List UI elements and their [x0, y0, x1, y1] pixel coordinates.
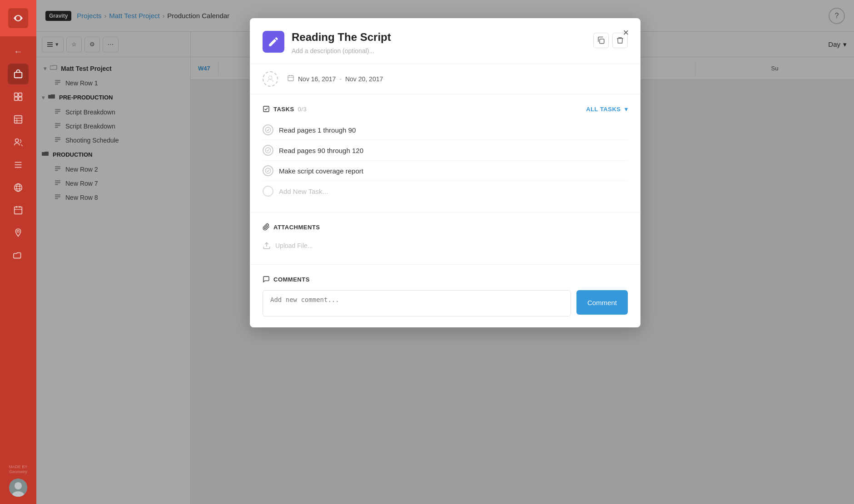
tasks-filter-label: All Tasks [586, 106, 621, 113]
task-check-3[interactable] [263, 165, 273, 176]
comments-section: COMMENTS Comment [250, 265, 640, 327]
task-item-1: Read pages 1 through 90 [263, 120, 628, 140]
attachments-section: ATTACHMENTS Upload File... [250, 212, 640, 265]
date-separator: - [339, 75, 342, 83]
comments-section-title: COMMENTS [263, 276, 628, 283]
task-check-2[interactable] [263, 145, 273, 156]
add-task-placeholder[interactable]: Add New Task... [279, 188, 328, 195]
svg-rect-49 [600, 39, 604, 44]
svg-point-1 [16, 16, 20, 20]
upload-file-button[interactable]: Upload File... [263, 238, 628, 253]
svg-point-16 [16, 184, 20, 192]
tasks-section-title: TASKS 0/3 All Tasks ▾ [263, 105, 628, 113]
svg-rect-5 [15, 97, 18, 100]
svg-rect-4 [19, 93, 22, 96]
modal-description[interactable]: Add a description (optional)... [292, 47, 586, 54]
svg-point-50 [268, 76, 272, 79]
svg-point-57 [265, 148, 271, 153]
assignee-avatar[interactable] [263, 71, 278, 87]
tasks-label: TASKS [273, 106, 294, 113]
svg-point-21 [17, 230, 20, 232]
comment-input[interactable] [263, 290, 571, 316]
users-icon[interactable] [8, 132, 29, 153]
back-icon[interactable]: ← [8, 41, 29, 62]
task-check-1[interactable] [263, 124, 273, 135]
svg-rect-17 [15, 207, 22, 214]
svg-point-58 [265, 168, 271, 173]
task-text-3: Make script coverage report [279, 167, 363, 175]
avatar[interactable] [9, 479, 27, 497]
folder-sidebar-icon[interactable] [8, 245, 29, 266]
sidebar: ← [0, 0, 36, 504]
sidebar-nav: ← [0, 36, 36, 464]
modal-title-area: Reading The Script Add a description (op… [292, 31, 586, 54]
tasks-count: 0/3 [298, 106, 307, 113]
sidebar-bottom: MADE BY Geometry [0, 464, 36, 504]
upload-label: Upload File... [275, 242, 313, 249]
attachments-section-title: ATTACHMENTS [263, 223, 628, 231]
modal-meta: Nov 16, 2017 - Nov 20, 2017 [250, 64, 640, 94]
made-by-label: MADE BY Geometry [0, 464, 36, 475]
meta-dates: Nov 16, 2017 - Nov 20, 2017 [287, 74, 383, 84]
svg-rect-51 [288, 76, 293, 81]
svg-point-23 [15, 482, 22, 489]
task-item-3: Make script coverage report [263, 161, 628, 181]
modal-title: Reading The Script [292, 31, 586, 44]
svg-rect-2 [15, 72, 22, 78]
briefcase-icon[interactable] [8, 64, 29, 84]
modal-overlay: × Reading The Script Add a description (… [36, 0, 854, 504]
attachments-label: ATTACHMENTS [273, 224, 320, 231]
calendar-date-icon [287, 74, 294, 84]
svg-rect-55 [263, 106, 269, 112]
list-icon[interactable] [8, 154, 29, 175]
date-start: Nov 16, 2017 [298, 75, 336, 83]
svg-rect-3 [15, 93, 18, 96]
task-text-1: Read pages 1 through 90 [279, 126, 356, 134]
tasks-section: TASKS 0/3 All Tasks ▾ Read pages 1 throu… [250, 94, 640, 212]
modal-header: Reading The Script Add a description (op… [250, 18, 640, 64]
svg-point-15 [15, 184, 22, 192]
tasks-filter-chevron: ▾ [625, 106, 628, 113]
add-task-check [263, 186, 273, 197]
modal: × Reading The Script Add a description (… [250, 18, 640, 327]
date-end: Nov 20, 2017 [345, 75, 383, 83]
svg-rect-6 [19, 97, 22, 100]
task-text-2: Read pages 90 through 120 [279, 147, 363, 154]
svg-point-11 [15, 139, 19, 142]
circle-icon[interactable] [8, 177, 29, 198]
svg-rect-7 [15, 116, 22, 124]
modal-close-button[interactable]: × [619, 25, 633, 40]
comments-input-area: Comment [263, 290, 628, 316]
layout-icon[interactable] [8, 86, 29, 107]
table-icon[interactable] [8, 109, 29, 130]
copy-button[interactable] [593, 33, 609, 48]
svg-point-56 [265, 127, 271, 133]
calendar-sidebar-icon[interactable] [8, 200, 29, 221]
comment-submit-button[interactable]: Comment [576, 290, 628, 315]
app-logo[interactable] [0, 0, 36, 36]
modal-icon [263, 31, 284, 53]
comments-label: COMMENTS [273, 276, 310, 283]
tasks-filter-dropdown[interactable]: All Tasks ▾ [586, 106, 628, 113]
location-icon[interactable] [8, 222, 29, 243]
add-task-row: Add New Task... [263, 181, 628, 201]
task-item-2: Read pages 90 through 120 [263, 140, 628, 161]
